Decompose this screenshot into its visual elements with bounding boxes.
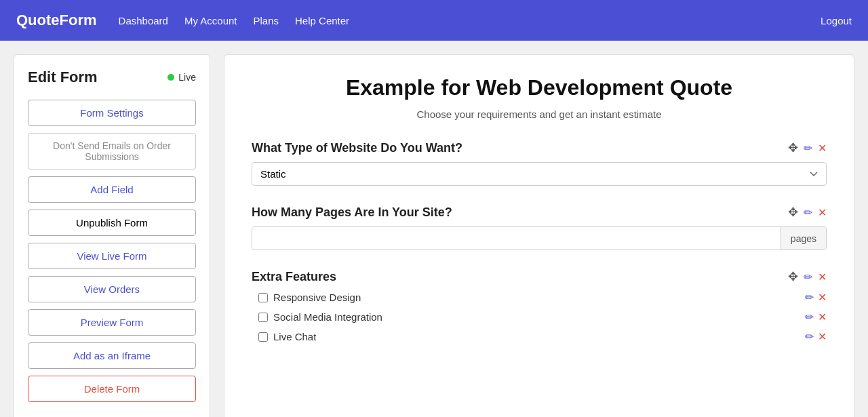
field-pages-count: How Many Pages Are In Your Site? ✥ ✏ ✕ p… — [252, 205, 827, 250]
field-label-website-type: What Type of Website Do You Want? — [252, 141, 462, 155]
nav-links: Dashboard My Account Plans Help Center — [119, 15, 821, 26]
field-label-pages: How Many Pages Are In Your Site? — [252, 205, 452, 220]
live-label: Live — [178, 72, 196, 83]
preview-form-button[interactable]: Preview Form — [28, 309, 196, 336]
add-field-button[interactable]: Add Field — [28, 176, 196, 203]
checkbox-social[interactable] — [258, 313, 268, 322]
checkbox-actions-livechat: ✏ ✕ — [805, 330, 827, 343]
field-website-type: What Type of Website Do You Want? ✥ ✏ ✕ … — [252, 140, 827, 186]
checkbox-livechat[interactable] — [258, 332, 268, 342]
edit-icon-social[interactable]: ✏ — [805, 311, 814, 323]
delete-icon-pages[interactable]: ✕ — [818, 206, 827, 219]
field-extra-features: Extra Features ✥ ✏ ✕ Responsive Design ✏… — [252, 269, 827, 343]
unpublish-form-button[interactable]: Unpublish Form — [28, 210, 196, 236]
live-badge: Live — [167, 72, 196, 83]
move-icon-pages[interactable]: ✥ — [788, 205, 798, 220]
brand-logo: QuoteForm — [16, 12, 97, 29]
checkbox-responsive[interactable] — [258, 293, 268, 302]
field-actions-features: ✥ ✏ ✕ — [788, 269, 827, 284]
delete-icon-website-type[interactable]: ✕ — [818, 142, 827, 155]
move-icon-features[interactable]: ✥ — [788, 269, 798, 284]
checkbox-label-livechat: Live Chat — [273, 331, 800, 342]
checkbox-actions-responsive: ✏ ✕ — [805, 291, 827, 304]
field-label-features: Extra Features — [252, 270, 336, 284]
delete-icon-responsive[interactable]: ✕ — [818, 291, 827, 304]
field-header-pages: How Many Pages Are In Your Site? ✥ ✏ ✕ — [252, 205, 827, 220]
move-icon-website-type[interactable]: ✥ — [788, 140, 798, 155]
checkbox-row-responsive: Responsive Design ✏ ✕ — [258, 291, 827, 304]
logout-button[interactable]: Logout — [821, 15, 852, 26]
field-header-website-type: What Type of Website Do You Want? ✥ ✏ ✕ — [252, 140, 827, 155]
dont-send-emails-button[interactable]: Don't Send Emails on Order Submissions — [28, 133, 196, 170]
main-container: Edit Form Live Form Settings Don't Send … — [0, 41, 868, 417]
field-header-features: Extra Features ✥ ✏ ✕ — [252, 269, 827, 284]
view-live-form-button[interactable]: View Live Form — [28, 243, 196, 269]
checkbox-row-social: Social Media Integration ✏ ✕ — [258, 311, 827, 323]
live-indicator — [167, 74, 174, 81]
checkbox-actions-social: ✏ ✕ — [805, 311, 827, 323]
edit-icon-pages[interactable]: ✏ — [804, 206, 812, 219]
form-settings-button[interactable]: Form Settings — [28, 100, 196, 126]
form-subtitle: Choose your requirements and get an inst… — [252, 108, 827, 120]
edit-icon-features[interactable]: ✏ — [804, 271, 812, 283]
sidebar: Edit Form Live Form Settings Don't Send … — [14, 54, 210, 417]
view-orders-button[interactable]: View Orders — [28, 276, 196, 302]
checkbox-label-social: Social Media Integration — [273, 311, 800, 323]
form-content: Example for Web Development Quote Choose… — [224, 54, 854, 417]
select-website-type[interactable]: Static Dynamic E-Commerce Landing Page — [252, 162, 827, 186]
edit-icon-website-type[interactable]: ✏ — [804, 142, 812, 155]
delete-icon-social[interactable]: ✕ — [818, 311, 827, 323]
nav-help-center[interactable]: Help Center — [295, 15, 349, 26]
features-checkbox-list: Responsive Design ✏ ✕ Social Media Integ… — [252, 291, 827, 343]
sidebar-title: Edit Form — [28, 68, 98, 86]
navbar: QuoteForm Dashboard My Account Plans Hel… — [0, 0, 868, 41]
delete-form-button[interactable]: Delete Form — [28, 376, 196, 402]
nav-dashboard[interactable]: Dashboard — [119, 15, 168, 26]
pages-unit: pages — [781, 227, 826, 250]
delete-icon-features[interactable]: ✕ — [818, 271, 827, 283]
checkbox-label-responsive: Responsive Design — [273, 292, 800, 303]
pages-input[interactable] — [252, 227, 781, 250]
field-actions-website-type: ✥ ✏ ✕ — [788, 140, 827, 155]
sidebar-header: Edit Form Live — [28, 68, 196, 86]
edit-icon-responsive[interactable]: ✏ — [805, 291, 814, 304]
delete-icon-livechat[interactable]: ✕ — [818, 330, 827, 343]
form-title: Example for Web Development Quote — [252, 75, 827, 100]
pages-input-wrapper: pages — [252, 226, 827, 250]
field-actions-pages: ✥ ✏ ✕ — [788, 205, 827, 220]
nav-my-account[interactable]: My Account — [184, 15, 237, 26]
checkbox-row-livechat: Live Chat ✏ ✕ — [258, 330, 827, 343]
nav-plans[interactable]: Plans — [254, 15, 279, 26]
edit-icon-livechat[interactable]: ✏ — [805, 330, 814, 343]
add-iframe-button[interactable]: Add as an Iframe — [28, 342, 196, 369]
